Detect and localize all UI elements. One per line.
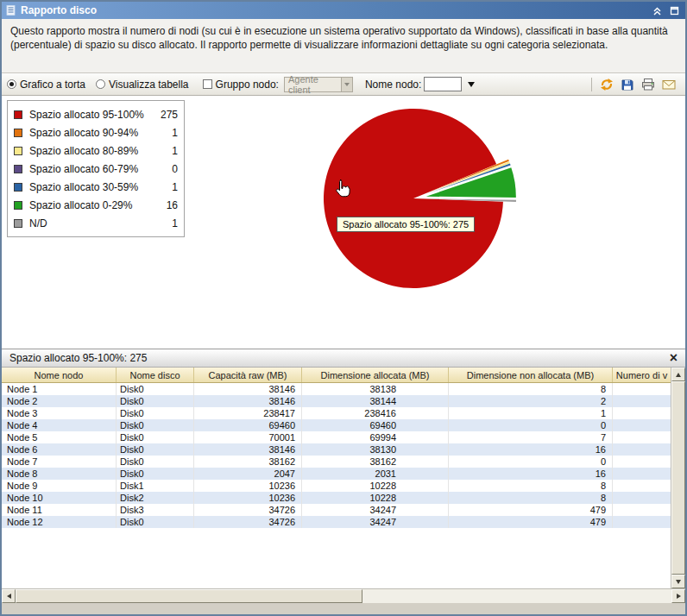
detail-table-header: Nome nodoNome discoCapacità raw (MB)Dime… <box>2 368 671 383</box>
legend-label: Spazio allocato 60-79% <box>29 163 148 175</box>
node-name-dropdown-button[interactable] <box>464 77 478 91</box>
radio-show-table[interactable]: Visualizza tabella <box>96 79 189 91</box>
chart-tooltip: Spazio allocato 95-100%: 275 <box>337 217 475 232</box>
scroll-down-button[interactable] <box>671 575 685 588</box>
table-cell: 34247 <box>302 504 449 516</box>
table-row[interactable]: Node 8Disk02047203116 <box>2 468 671 480</box>
legend-item[interactable]: Spazio allocato 0-29%16 <box>14 196 178 214</box>
legend-swatch <box>14 219 22 228</box>
table-cell: 34726 <box>194 516 302 528</box>
table-cell: 0 <box>449 419 613 431</box>
table-cell <box>613 407 671 419</box>
table-cell <box>613 443 671 456</box>
scroll-left-button[interactable] <box>2 589 16 603</box>
scroll-right-button[interactable] <box>671 589 685 603</box>
table-row[interactable]: Node 1Disk038146381388 <box>2 383 671 395</box>
node-name-input[interactable] <box>424 77 462 91</box>
radio-pie-chart[interactable]: Grafico a torta <box>7 79 85 91</box>
vertical-scroll-thumb[interactable] <box>671 381 685 575</box>
horizontal-scroll-thumb[interactable] <box>16 589 362 603</box>
group-node-checkbox[interactable] <box>203 79 212 89</box>
column-header[interactable]: Numero di v <box>613 368 671 382</box>
table-cell: 479 <box>449 516 613 528</box>
legend-swatch <box>14 165 22 173</box>
report-icon <box>6 5 16 16</box>
legend-value: 0 <box>155 163 178 175</box>
title-bar: Rapporto disco <box>2 2 685 19</box>
table-cell: Node 7 <box>2 456 117 468</box>
table-cell: 38138 <box>302 383 449 395</box>
toolbar-action-icons <box>591 77 680 92</box>
legend-item[interactable]: Spazio allocato 95-100%275 <box>14 105 178 123</box>
legend-item[interactable]: Spazio allocato 90-94%1 <box>14 123 178 141</box>
table-cell: Disk3 <box>117 504 194 516</box>
table-cell: 34247 <box>302 516 449 528</box>
table-row[interactable]: Node 5Disk070001699947 <box>2 431 671 443</box>
table-cell <box>613 456 671 468</box>
table-cell: 8 <box>449 492 613 504</box>
table-cell: Node 8 <box>2 468 117 480</box>
pie-slice[interactable] <box>324 109 503 288</box>
table-cell: 2047 <box>194 468 302 480</box>
table-row[interactable]: Node 6Disk0381463813016 <box>2 443 671 456</box>
table-cell: 69460 <box>194 419 302 431</box>
toolbar-separator <box>591 78 592 91</box>
table-row[interactable]: Node 11Disk33472634247479 <box>2 504 671 516</box>
table-row[interactable]: Node 9Disk110236102288 <box>2 480 671 492</box>
radio-pie-chart-control[interactable] <box>7 79 16 89</box>
table-row[interactable]: Node 12Disk03472634247479 <box>2 516 671 528</box>
pie-chart[interactable] <box>287 101 554 317</box>
column-header[interactable]: Nome disco <box>117 368 194 382</box>
column-header[interactable]: Nome nodo <box>2 368 117 382</box>
legend-item[interactable]: Spazio allocato 30-59%1 <box>14 178 178 196</box>
legend-item[interactable]: N/D1 <box>14 214 178 232</box>
table-cell: Node 3 <box>2 407 117 419</box>
printer-icon <box>641 78 655 91</box>
table-cell: Disk0 <box>117 456 194 468</box>
radio-show-table-label: Visualizza tabella <box>109 79 189 91</box>
table-row[interactable]: Node 7Disk038162381620 <box>2 456 671 468</box>
table-cell: 8 <box>449 383 613 395</box>
table-cell: Node 2 <box>2 395 117 407</box>
legend-item[interactable]: Spazio allocato 80-89%1 <box>14 141 178 160</box>
table-row[interactable]: Node 10Disk210236102288 <box>2 492 671 504</box>
table-cell <box>613 419 671 431</box>
node-name-label: Nome nodo: <box>365 79 421 91</box>
save-button[interactable] <box>620 77 635 92</box>
column-header[interactable]: Capacità raw (MB) <box>194 368 302 382</box>
legend-item[interactable]: Spazio allocato 60-79%0 <box>14 160 178 178</box>
arrow-right-icon <box>677 594 681 599</box>
table-cell: Node 11 <box>2 504 117 516</box>
table-cell: 34726 <box>194 504 302 516</box>
table-cell: Disk0 <box>117 419 194 431</box>
column-header[interactable]: Dimensione non allocata (MB) <box>449 368 613 382</box>
table-cell: Node 1 <box>2 383 117 395</box>
table-row[interactable]: Node 2Disk038146381442 <box>2 395 671 407</box>
email-button[interactable] <box>661 77 677 92</box>
radio-show-table-control[interactable] <box>96 79 105 89</box>
close-icon[interactable]: × <box>670 352 678 364</box>
report-description: Questo rapporto mostra il numero di nodi… <box>2 19 685 73</box>
group-node-checkbox-item[interactable]: Gruppo nodo: <box>203 79 279 91</box>
refresh-button[interactable] <box>599 77 615 92</box>
detail-panel-header: Spazio allocato 95-100%: 275 × <box>2 349 685 368</box>
maximize-button[interactable] <box>668 4 681 17</box>
table-cell: 38162 <box>302 456 449 468</box>
horizontal-scroll-track[interactable] <box>362 589 671 603</box>
window-restore-icon <box>669 5 680 16</box>
table-cell <box>613 504 671 516</box>
column-header[interactable]: Dimensione allocata (MB) <box>302 368 449 382</box>
table-row[interactable]: Node 4Disk069460694600 <box>2 419 671 431</box>
table-cell: 7 <box>449 431 613 443</box>
collapse-button[interactable] <box>651 4 664 17</box>
horizontal-scrollbar[interactable] <box>2 588 685 603</box>
vertical-scrollbar[interactable] <box>671 368 685 588</box>
table-row[interactable]: Node 3Disk02384172384161 <box>2 407 671 419</box>
table-cell: 10228 <box>302 492 449 504</box>
scroll-up-button[interactable] <box>671 368 685 381</box>
table-cell: Disk0 <box>117 383 194 395</box>
report-window: Rapporto disco Questo rapporto mostra il… <box>0 0 687 616</box>
print-button[interactable] <box>640 77 656 92</box>
table-cell: 238417 <box>194 407 302 419</box>
arrow-down-icon <box>676 580 681 584</box>
